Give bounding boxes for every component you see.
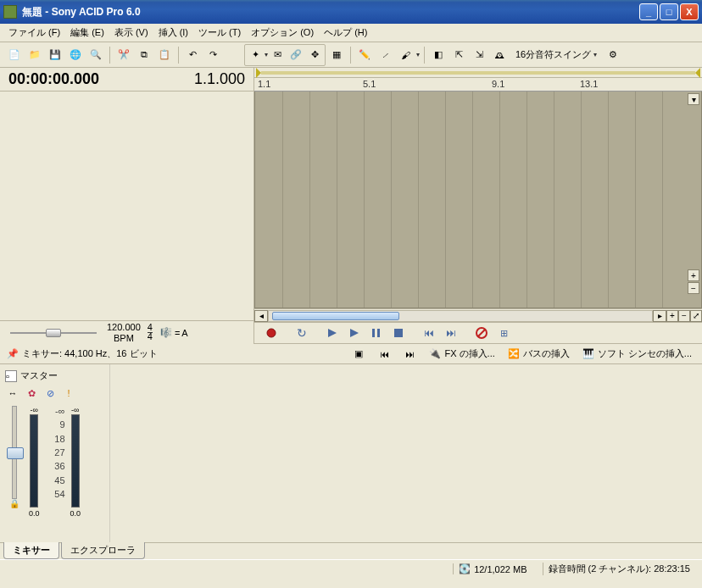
- hzoom-out-button[interactable]: −: [678, 310, 690, 322]
- cut-button[interactable]: ✂️: [114, 46, 133, 64]
- pin-icon[interactable]: 📌: [7, 348, 19, 359]
- paste-button[interactable]: 📋: [155, 46, 174, 64]
- publish-button[interactable]: 🌐: [66, 46, 85, 64]
- track-canvas[interactable]: ▾ + −: [254, 92, 702, 308]
- time-ruler[interactable]: 1.1 5.1 9.1 13.1: [254, 78, 702, 92]
- chevron-down-icon[interactable]: ▾: [416, 51, 420, 58]
- next-channel-button[interactable]: ⏭: [399, 346, 420, 363]
- fader-thumb[interactable]: [7, 447, 24, 459]
- quantize-button[interactable]: ⇲: [470, 46, 488, 64]
- menu-edit[interactable]: 編集 (E): [65, 25, 109, 41]
- tuning-readout[interactable]: 🎼 = A: [159, 326, 188, 340]
- tool-move-button[interactable]: ✥: [305, 46, 324, 64]
- loop-region[interactable]: [261, 71, 695, 75]
- new-button[interactable]: 📄: [5, 46, 24, 64]
- stop-button[interactable]: [388, 325, 409, 341]
- minimize-button[interactable]: _: [639, 3, 658, 20]
- loop-play-button[interactable]: ↻: [292, 325, 312, 341]
- master-mute-button[interactable]: ⊘: [42, 386, 58, 401]
- tempo-slider[interactable]: [7, 325, 100, 341]
- tab-explorer[interactable]: エクスプローラ: [61, 542, 145, 559]
- play-button[interactable]: [344, 325, 365, 341]
- undo-icon: ↶: [186, 48, 199, 62]
- copy-button[interactable]: ⧉: [135, 46, 153, 64]
- scroll-thumb[interactable]: [272, 312, 399, 320]
- menu-view[interactable]: 表示 (V): [109, 25, 153, 41]
- master-solo-button[interactable]: !: [61, 386, 76, 401]
- tool-loop-button[interactable]: 🔗: [287, 46, 305, 64]
- next-icon: ⏭: [403, 347, 416, 361]
- tool-draw-button[interactable]: ▦: [327, 46, 346, 64]
- eraser2-button[interactable]: ◧: [429, 46, 448, 64]
- menu-bar: ファイル (F) 編集 (E) 表示 (V) 挿入 (I) ツール (T) オプ…: [0, 24, 702, 42]
- swing-dropdown[interactable]: 16分音符スイング ▾: [510, 47, 602, 63]
- ruler-label: 5.1: [363, 79, 376, 89]
- tab-mixer[interactable]: ミキサー: [3, 542, 59, 559]
- marker-button[interactable]: ▾: [688, 93, 699, 105]
- go-to-start-button[interactable]: ⏮: [419, 325, 439, 341]
- undo-button[interactable]: ↶: [183, 46, 202, 64]
- redo-icon: ↷: [206, 48, 220, 62]
- brush-icon: 🖌: [398, 48, 412, 62]
- vzoom-out-button[interactable]: −: [688, 282, 699, 294]
- hzoom-in-button[interactable]: +: [666, 310, 678, 322]
- lock-icon[interactable]: 🔒: [9, 499, 20, 508]
- tool-select-button[interactable]: ✦: [246, 46, 265, 64]
- menu-options[interactable]: オプション (O): [246, 25, 319, 41]
- play-from-start-button[interactable]: [322, 325, 343, 341]
- track-list-panel: 00:00:00.000 1.1.000 120.000 BPM 4 4 🎼 =…: [0, 68, 254, 344]
- window-title: 無題 - Sony ACID Pro 6.0: [22, 5, 639, 19]
- metronome-button[interactable]: 🕰: [490, 46, 509, 64]
- vzoom-in-button[interactable]: +: [688, 269, 699, 281]
- scroll-track[interactable]: [268, 310, 653, 322]
- tempo-readout[interactable]: 120.000 BPM: [107, 322, 141, 342]
- move-icon: ✥: [308, 48, 321, 62]
- tool-envelope-button[interactable]: ✉: [268, 46, 287, 64]
- downmix-button[interactable]: ▣: [348, 346, 369, 363]
- synth-icon: 🎹: [582, 347, 595, 361]
- svg-marker-1: [328, 329, 337, 337]
- close-button[interactable]: X: [680, 3, 699, 20]
- menu-tools[interactable]: ツール (T): [193, 25, 246, 41]
- svg-rect-4: [377, 329, 380, 337]
- master-select-box[interactable]: ▫: [5, 370, 17, 382]
- open-button[interactable]: 📁: [25, 46, 44, 64]
- menu-insert[interactable]: 挿入 (I): [153, 25, 193, 41]
- slider-thumb[interactable]: [46, 329, 61, 337]
- maximize-button[interactable]: □: [660, 3, 678, 20]
- master-settings-button[interactable]: ✿: [24, 386, 39, 401]
- time-signature[interactable]: 4 4: [148, 324, 153, 341]
- bottom-tabs: ミキサー エクスプローラ: [0, 542, 702, 559]
- track-list[interactable]: [0, 92, 254, 320]
- record-button[interactable]: [261, 325, 281, 341]
- save-button[interactable]: 💾: [46, 46, 64, 64]
- redo-button[interactable]: ↷: [203, 46, 222, 64]
- pencil-button[interactable]: ✏️: [355, 46, 374, 64]
- menu-help[interactable]: ヘルプ (H): [319, 25, 372, 41]
- snap-button[interactable]: ⇱: [449, 46, 468, 64]
- master-fader[interactable]: [12, 406, 17, 499]
- scroll-right-button[interactable]: ▸: [653, 310, 666, 322]
- fx-insert-button[interactable]: 🔌FX の挿入...: [425, 346, 498, 363]
- mixer-info-bar: 📌 ミキサー: 44,100 Hz、16 ビット ▣ ⏮ ⏭ 🔌FX の挿入..…: [0, 344, 702, 364]
- scroll-left-button[interactable]: ◂: [254, 310, 268, 322]
- bpm-value: 120.000: [107, 322, 141, 332]
- search-button[interactable]: 🔍: [86, 46, 105, 64]
- prev-channel-button[interactable]: ⏮: [374, 346, 394, 363]
- synth-insert-button[interactable]: 🎹ソフト シンセの挿入...: [578, 346, 695, 363]
- master-fx-button[interactable]: ↔: [5, 386, 20, 401]
- options-button[interactable]: ⚙: [604, 46, 622, 64]
- menu-file[interactable]: ファイル (F): [3, 25, 65, 41]
- record-arm-button[interactable]: [471, 325, 492, 341]
- go-to-end-button[interactable]: ⏭: [441, 325, 461, 341]
- status-bar: 💽 12/1,022 MB 録音時間 (2 チャンネル): 28:23:15: [0, 559, 702, 578]
- hzoom-fit-button[interactable]: ⤢: [690, 310, 702, 322]
- loop-region-strip[interactable]: [254, 68, 702, 78]
- pause-button[interactable]: [366, 325, 387, 341]
- settings-button[interactable]: ⊞: [493, 325, 514, 341]
- loop-end-marker[interactable]: [695, 68, 700, 78]
- bus-insert-button[interactable]: 🔀バスの挿入: [504, 346, 573, 363]
- eraser-button[interactable]: ⟋: [376, 46, 394, 64]
- brush-button[interactable]: 🖌: [396, 46, 415, 64]
- svg-rect-5: [394, 329, 403, 337]
